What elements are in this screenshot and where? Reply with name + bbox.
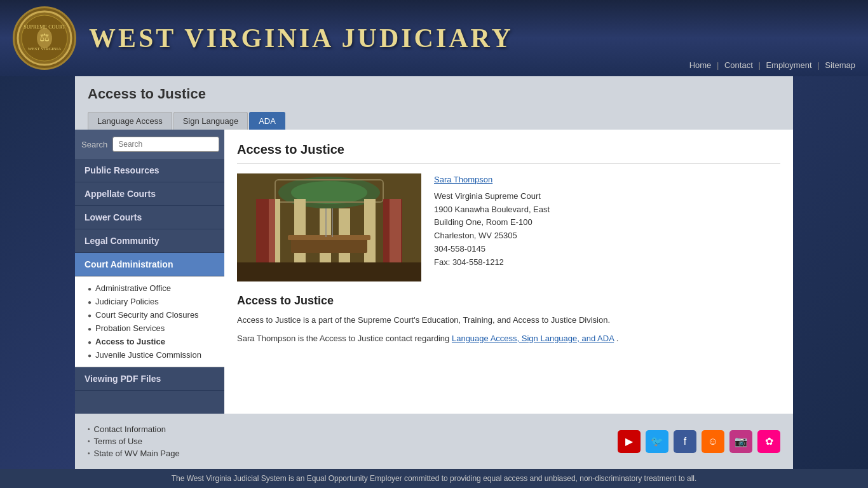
facebook-icon[interactable]: f — [674, 430, 696, 453]
contact-address1: 1900 Kanawha Boulevard, East — [434, 205, 550, 214]
tab-sign-language[interactable]: Sign Language — [173, 112, 248, 130]
search-label: Search — [81, 140, 107, 149]
svg-rect-21 — [256, 199, 275, 262]
main-content: Access to Justice — [224, 130, 793, 414]
footer-terms-link[interactable]: Terms of Use — [94, 437, 143, 446]
footer-left: Contact Information Terms of Use State o… — [88, 423, 180, 459]
employment-link[interactable]: Employment — [766, 60, 811, 70]
tabs-bar: Language Access Sign Language ADA — [88, 112, 780, 130]
sidebar-item-legal-community[interactable]: Legal Community — [75, 229, 224, 253]
sitemap-link[interactable]: Sitemap — [825, 60, 855, 70]
flickr-icon[interactable]: ✿ — [757, 430, 780, 453]
contact-org: West Virginia Supreme Court — [434, 191, 541, 201]
sub-nav-judiciary-policies[interactable]: ● Judiciary Policies — [75, 295, 224, 308]
sidebar: Search Public Resources Appellate Courts… — [75, 130, 224, 414]
svg-rect-20 — [237, 262, 421, 281]
tab-ada[interactable]: ADA — [249, 112, 285, 130]
content-top-section: Sara Thompson West Virginia Supreme Cour… — [237, 173, 780, 281]
social-icons: ▶ 🐦 f ☺ 📷 ✿ — [618, 430, 780, 453]
sidebar-item-court-administration[interactable]: Court Administration — [75, 253, 224, 276]
twitter-icon[interactable]: 🐦 — [646, 430, 668, 453]
sidebar-item-viewing-pdf[interactable]: Viewing PDF Files — [75, 367, 224, 391]
sub-nav-probation-services[interactable]: ● Probation Services — [75, 322, 224, 335]
page-title: Access to Justice — [88, 86, 780, 105]
svg-rect-22 — [383, 199, 402, 262]
contact-address2: Building One, Room E-100 — [434, 217, 532, 227]
sub-nav: ● Administrative Office ● Judiciary Poli… — [75, 276, 224, 367]
top-navigation: Home | Contact | Employment | Sitemap — [689, 60, 855, 70]
sub-nav-court-security[interactable]: ● Court Security and Closures — [75, 308, 224, 322]
desc-text-1: Access to Justice is a part of the Supre… — [237, 315, 610, 325]
tab-language-access[interactable]: Language Access — [88, 112, 172, 130]
contact-link[interactable]: Contact — [724, 60, 753, 70]
rss-icon[interactable]: ☺ — [702, 430, 724, 453]
sub-nav-administrative-office[interactable]: ● Administrative Office — [75, 281, 224, 295]
bottom-bar: The West Virginia Judicial System is an … — [0, 469, 868, 488]
site-logo: SUPREME COURT WEST VIRGINIA ⚖ — [13, 6, 76, 70]
sub-nav-juvenile-justice[interactable]: ● Juvenile Justice Commission — [75, 348, 224, 362]
content-section-title: Access to Justice — [237, 294, 780, 308]
footer-links: Contact Information Terms of Use State o… — [75, 414, 793, 469]
contact-name-link[interactable]: Sara Thompson — [434, 173, 550, 187]
contact-city: Charleston, WV 25305 — [434, 231, 517, 240]
instagram-icon[interactable]: 📷 — [729, 430, 752, 453]
court-image — [237, 173, 421, 281]
content-title: Access to Justice — [237, 142, 780, 164]
svg-rect-19 — [288, 235, 370, 240]
search-input[interactable] — [112, 137, 219, 152]
svg-text:⚖: ⚖ — [39, 31, 50, 44]
desc-text-2-post: . — [616, 334, 619, 343]
sidebar-item-public-resources[interactable]: Public Resources — [75, 159, 224, 182]
youtube-icon[interactable]: ▶ — [618, 430, 641, 453]
sub-nav-access-to-justice[interactable]: ● Access to Justice — [75, 335, 224, 348]
sidebar-item-appellate-courts[interactable]: Appellate Courts — [75, 182, 224, 206]
contact-fax: Fax: 304-558-1212 — [434, 257, 504, 267]
contact-phone: 304-558-0145 — [434, 244, 485, 254]
footer-state-link[interactable]: State of WV Main Page — [94, 449, 180, 458]
desc-link[interactable]: Language Access, Sign Language, and ADA — [452, 334, 614, 343]
footer-contact-link[interactable]: Contact Information — [94, 424, 166, 434]
contact-info: Sara Thompson West Virginia Supreme Cour… — [434, 173, 550, 281]
home-link[interactable]: Home — [689, 60, 712, 70]
page-header: Access to Justice Language Access Sign L… — [75, 76, 793, 130]
content-description: Access to Justice Access to Justice is a… — [237, 294, 780, 346]
search-bar: Search — [75, 130, 224, 159]
desc-text-2-pre: Sara Thompson is the Access to Justice c… — [237, 334, 449, 343]
sidebar-item-lower-courts[interactable]: Lower Courts — [75, 206, 224, 229]
site-title: WEST VIRGINIA JUDICIARY — [89, 23, 513, 53]
